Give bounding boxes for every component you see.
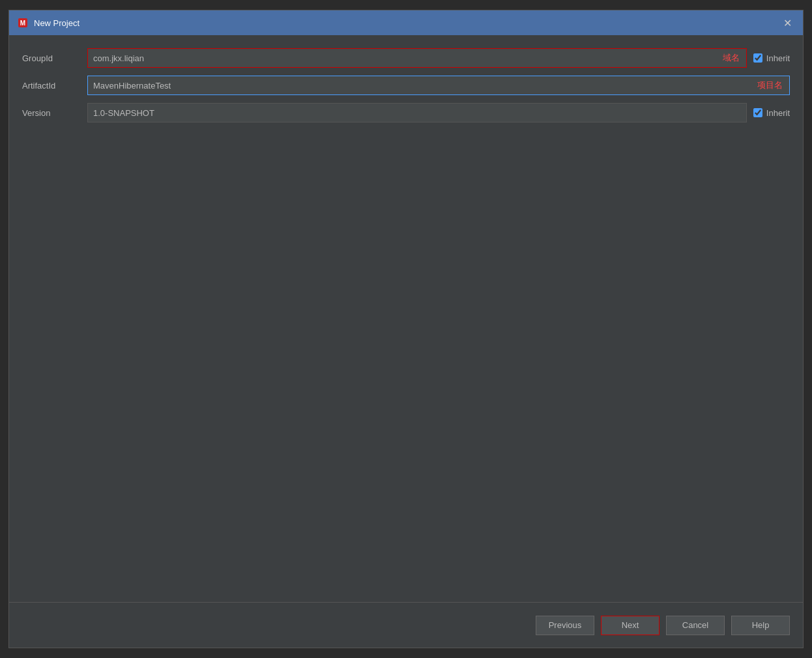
- groupid-label: GroupId: [22, 53, 81, 63]
- version-inherit-label: Inherit: [766, 108, 790, 118]
- version-input[interactable]: [87, 103, 747, 122]
- help-button[interactable]: Help: [731, 616, 790, 635]
- version-inherit-checkbox[interactable]: [753, 108, 762, 117]
- form-content: GroupId 域名 Inherit ArtifactId 项目名 Versio…: [9, 35, 803, 602]
- version-row: Version Inherit: [22, 103, 790, 122]
- dialog-title: New Project: [34, 18, 80, 28]
- project-icon: M: [17, 17, 29, 29]
- artifactid-input-container: 项目名: [87, 76, 790, 95]
- svg-text:M: M: [20, 20, 25, 27]
- previous-button[interactable]: Previous: [536, 616, 594, 635]
- version-inherit-container: Inherit: [753, 108, 790, 118]
- groupid-inherit-container: Inherit: [753, 53, 790, 63]
- groupid-inherit-checkbox[interactable]: [753, 53, 762, 63]
- groupid-inherit-label: Inherit: [766, 53, 790, 63]
- groupid-annotation: 域名: [716, 52, 746, 64]
- groupid-row: GroupId 域名 Inherit: [22, 48, 790, 68]
- artifactid-input[interactable]: [88, 76, 751, 94]
- close-button[interactable]: ✕: [779, 15, 795, 31]
- title-bar: M New Project ✕: [9, 10, 803, 35]
- groupid-input[interactable]: [88, 49, 716, 67]
- next-button[interactable]: Next: [601, 616, 660, 635]
- bottom-bar: Previous Next Cancel Help: [9, 602, 803, 648]
- title-bar-left: M New Project: [17, 17, 80, 29]
- cancel-button[interactable]: Cancel: [666, 616, 725, 635]
- artifactid-row: ArtifactId 项目名: [22, 76, 790, 95]
- artifactid-label: ArtifactId: [22, 81, 81, 91]
- artifactid-annotation: 项目名: [751, 79, 789, 91]
- groupid-input-container: 域名: [87, 48, 747, 68]
- version-label: Version: [22, 108, 81, 118]
- new-project-dialog: M New Project ✕ GroupId 域名 Inherit Artif…: [8, 10, 804, 648]
